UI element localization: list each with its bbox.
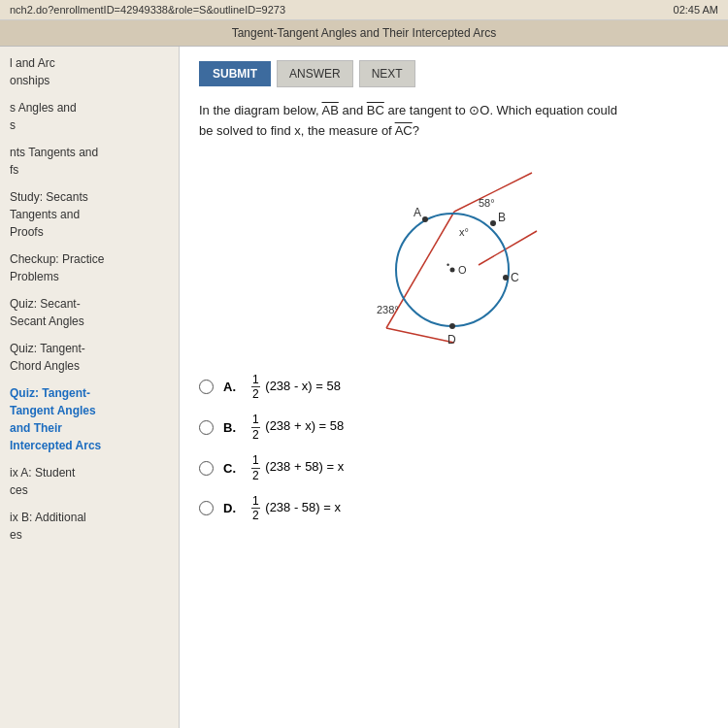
next-button[interactable]: NEXT	[359, 60, 415, 87]
option-d-text: 1 2 (238 - 58) = x	[249, 494, 341, 523]
sidebar-item-checkup[interactable]: Checkup: PracticeProblems	[10, 250, 169, 285]
sidebar-item-arc-relationships[interactable]: l and Arconships	[10, 54, 169, 89]
button-row: SUBMIT ANSWER NEXT	[199, 60, 709, 87]
option-b-text: 1 2 (238 + x) = 58	[249, 413, 344, 442]
sidebar-item-appendix-b[interactable]: ix B: Additionales	[10, 509, 169, 544]
label-d: D	[447, 333, 456, 347]
sidebar-item-angles[interactable]: s Angles ands	[10, 99, 169, 134]
svg-point-10	[449, 323, 455, 329]
answer-button[interactable]: ANSWER	[277, 60, 353, 87]
svg-point-9	[503, 275, 509, 281]
title-bar: Tangent-Tangent Angles and Their Interce…	[0, 20, 728, 47]
radio-d[interactable]	[199, 501, 214, 515]
option-b-letter: B.	[223, 420, 236, 435]
submit-button[interactable]: SUBMIT	[199, 61, 271, 86]
sidebar-item-quiz-secant-secant[interactable]: Quiz: Secant-Secant Angles	[10, 295, 169, 330]
svg-point-5	[449, 267, 454, 272]
option-d-row[interactable]: D. 1 2 (238 - 58) = x	[199, 494, 709, 523]
diagram-container: O • A B C D 58° x° 238°	[199, 153, 709, 357]
main-content: l and Arconships s Angles ands nts Tange…	[0, 47, 728, 728]
radio-c[interactable]	[199, 461, 214, 476]
option-a-text: 1 2 (238 - x) = 58	[249, 373, 341, 402]
question-text: In the diagram below, AB and BC are tang…	[199, 101, 709, 142]
answer-options: A. 1 2 (238 - x) = 58 B. 1 2	[199, 373, 709, 523]
sidebar: l and Arconships s Angles ands nts Tange…	[0, 47, 180, 728]
angle-b-label: 58°	[479, 197, 495, 209]
option-a-letter: A.	[223, 380, 236, 394]
svg-point-8	[490, 220, 496, 226]
option-a-row[interactable]: A. 1 2 (238 - x) = 58	[199, 373, 709, 402]
svg-line-3	[386, 328, 454, 343]
page-title: Tangent-Tangent Angles and Their Interce…	[232, 26, 497, 40]
label-c: C	[511, 271, 519, 284]
fraction-b: 1 2	[251, 413, 260, 442]
fraction-d: 1 2	[251, 494, 260, 523]
option-d-letter: D.	[223, 501, 236, 515]
ac-label: AC	[395, 123, 413, 138]
option-c-text: 1 2 (238 + 58) = x	[249, 453, 344, 482]
radio-a[interactable]	[199, 380, 214, 394]
angle-x-label: x°	[459, 226, 469, 238]
sidebar-item-study-secants[interactable]: Study: SecantsTangents andProofs	[10, 188, 169, 241]
option-c-letter: C.	[223, 461, 236, 476]
label-o: O	[458, 264, 467, 276]
fraction-a: 1 2	[251, 373, 260, 402]
bc-label: BC	[367, 103, 384, 117]
svg-point-7	[422, 216, 428, 222]
label-a: A	[414, 206, 421, 219]
content-area: SUBMIT ANSWER NEXT In the diagram below,…	[180, 47, 728, 728]
label-b: B	[498, 211, 506, 224]
time-text: 02:45 AM	[674, 4, 718, 16]
radio-b[interactable]	[199, 420, 214, 435]
fraction-c: 1 2	[251, 453, 260, 482]
top-bar: nch2.do?enrollmentID=42949338&role=S&out…	[0, 0, 728, 20]
arc-238-label: 238°	[377, 304, 399, 315]
sidebar-item-quiz-tangent-tangent[interactable]: Quiz: Tangent-Tangent Anglesand TheirInt…	[10, 384, 169, 454]
sidebar-item-quiz-tangent-chord[interactable]: Quiz: Tangent-Chord Angles	[10, 340, 169, 375]
sidebar-item-tangents[interactable]: nts Tangents andfs	[10, 144, 169, 179]
diagram-svg: O • A B C D 58° x° 238°	[328, 153, 580, 357]
svg-text:•: •	[447, 260, 449, 270]
option-b-row[interactable]: B. 1 2 (238 + x) = 58	[199, 413, 709, 442]
option-c-row[interactable]: C. 1 2 (238 + 58) = x	[199, 453, 709, 482]
url-text: nch2.do?enrollmentID=42949338&role=S&out…	[10, 4, 285, 16]
ab-label: AB	[321, 103, 338, 117]
sidebar-item-appendix-a[interactable]: ix A: Studentces	[10, 464, 169, 499]
